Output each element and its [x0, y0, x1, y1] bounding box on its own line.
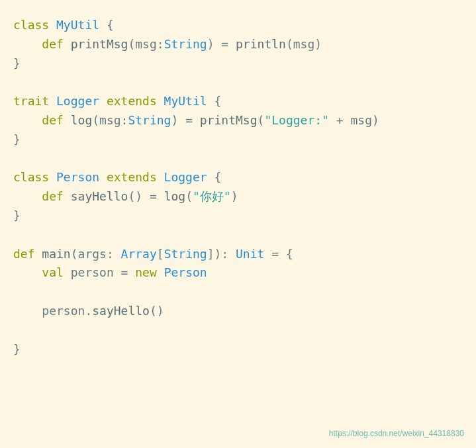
code-block: class MyUtil { def printMsg(msg:String) …	[13, 16, 463, 359]
line-7: def log(msg:String) = printMsg("Logger:"…	[13, 111, 463, 130]
line-2: def printMsg(msg:String) = println(msg)	[13, 35, 463, 54]
line-3: }	[13, 54, 463, 73]
line-6: trait Logger extends MyUtil {	[13, 92, 463, 111]
line-19: person.sayHello()	[13, 302, 463, 321]
watermark: https://blog.csdn.net/weixin_44318830	[329, 427, 464, 440]
blank-5	[13, 321, 463, 340]
blank-2	[13, 150, 463, 169]
line-8: }	[13, 130, 463, 150]
blank-4	[13, 283, 463, 302]
line-16: def main(args: Array[String]): Unit = {	[13, 245, 463, 264]
line-12: def sayHello() = log("你好")	[13, 187, 463, 206]
line-1: class MyUtil {	[13, 16, 463, 35]
line-11: class Person extends Logger {	[13, 168, 463, 187]
blank-3	[13, 226, 463, 245]
line-17: val person = new Person	[13, 263, 463, 283]
line-21: }	[13, 340, 463, 359]
line-13: }	[13, 206, 463, 226]
code-container: class MyUtil { def printMsg(msg:String) …	[0, 0, 476, 448]
blank-1	[13, 73, 463, 92]
